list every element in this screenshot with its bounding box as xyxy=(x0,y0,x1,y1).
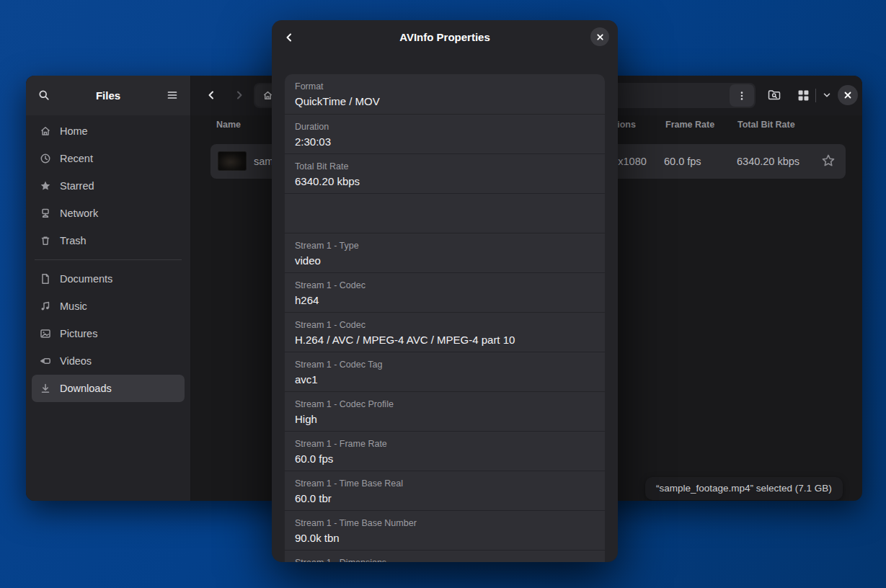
star-outline-icon xyxy=(821,153,836,169)
sidebar-item-label: Videos xyxy=(60,355,92,367)
music-icon xyxy=(40,300,51,312)
close-icon xyxy=(843,91,852,99)
sidebar-list: Home Recent Starred Network Trash xyxy=(26,117,190,402)
property-label: Stream 1 - Codec xyxy=(295,319,595,331)
file-total-bit-rate: 6340.20 kbps xyxy=(737,144,799,179)
dialog-header: AVInfo Properties xyxy=(272,20,618,54)
sidebar-item-label: Music xyxy=(60,300,87,312)
dialog-title: AVInfo Properties xyxy=(272,20,618,54)
clock-icon xyxy=(40,153,51,164)
sidebar-item-label: Home xyxy=(60,125,88,137)
property-row-stream1-codec: Stream 1 - Codec h264 xyxy=(285,272,605,312)
sidebar-item-label: Documents xyxy=(60,273,112,285)
property-label: Format xyxy=(295,81,595,92)
close-icon xyxy=(596,33,604,41)
property-row-format: Format QuickTime / MOV xyxy=(285,74,605,114)
property-label: Stream 1 - Time Base Real xyxy=(295,478,595,489)
property-label: Total Bit Rate xyxy=(295,161,595,172)
main-menu-button[interactable] xyxy=(160,83,185,107)
document-icon xyxy=(40,273,51,285)
sidebar-item-label: Pictures xyxy=(60,328,97,339)
sidebar-item-label: Starred xyxy=(60,180,94,192)
property-row-stream1-frame-rate: Stream 1 - Frame Rate 60.0 fps xyxy=(285,431,605,471)
chevron-left-icon xyxy=(205,89,217,101)
sidebar-item-videos[interactable]: Videos xyxy=(32,347,185,375)
property-value: High xyxy=(295,411,595,427)
property-row-stream1-codec-profile: Stream 1 - Codec Profile High xyxy=(285,391,605,431)
property-row-stream1-dimensions: Stream 1 - Dimensions xyxy=(285,550,605,562)
property-value: 60.0 tbr xyxy=(295,491,595,507)
sidebar-item-trash[interactable]: Trash xyxy=(32,227,185,254)
home-icon xyxy=(40,125,51,137)
sidebar-item-music[interactable]: Music xyxy=(32,293,185,320)
sidebar-item-home[interactable]: Home xyxy=(32,117,185,145)
property-row-stream1-codec-long: Stream 1 - Codec H.264 / AVC / MPEG-4 AV… xyxy=(285,312,605,352)
window-close-button[interactable] xyxy=(838,85,858,105)
column-header-total-bit-rate[interactable]: Total Bit Rate xyxy=(737,120,795,130)
kebab-menu-icon xyxy=(737,91,747,101)
sidebar-item-documents[interactable]: Documents xyxy=(32,265,185,293)
property-label: Stream 1 - Type xyxy=(295,240,595,251)
property-row-stream1-time-base-real: Stream 1 - Time Base Real 60.0 tbr xyxy=(285,471,605,510)
property-row-total-bit-rate: Total Bit Rate 6340.20 kbps xyxy=(285,153,605,193)
sidebar: Files Home Recent Starre xyxy=(26,76,191,501)
sidebar-item-starred[interactable]: Starred xyxy=(32,172,185,200)
sidebar-item-recent[interactable]: Recent xyxy=(32,145,185,172)
sidebar-item-label: Downloads xyxy=(60,383,112,394)
property-row-stream1-codec-tag: Stream 1 - Codec Tag avc1 xyxy=(285,352,605,391)
grid-view-icon xyxy=(797,89,810,102)
chevron-down-icon xyxy=(822,90,832,100)
sidebar-item-label: Recent xyxy=(60,153,93,164)
sidebar-item-downloads[interactable]: Downloads xyxy=(32,375,185,402)
back-button[interactable] xyxy=(201,85,221,105)
property-label: Stream 1 - Frame Rate xyxy=(295,438,595,450)
property-row-duration: Duration 2:30:03 xyxy=(285,114,605,153)
property-label: Stream 1 - Dimensions xyxy=(295,557,595,562)
property-label: Stream 1 - Codec Profile xyxy=(295,398,595,410)
search-folder-button[interactable] xyxy=(765,86,784,104)
property-label: Stream 1 - Codec xyxy=(295,280,595,291)
current-folder-menu-button[interactable] xyxy=(730,84,754,107)
sidebar-item-pictures[interactable]: Pictures xyxy=(32,320,185,347)
star-icon xyxy=(40,180,51,192)
property-row-stream1-time-base-number: Stream 1 - Time Base Number 90.0k tbn xyxy=(285,510,605,550)
folder-search-icon xyxy=(767,88,781,102)
sidebar-item-network[interactable]: Network xyxy=(32,200,185,227)
column-header-frame-rate[interactable]: Frame Rate xyxy=(665,120,714,130)
property-row-empty xyxy=(285,193,605,233)
property-value: 60.0 fps xyxy=(295,451,595,467)
chevron-right-icon xyxy=(234,89,245,101)
view-options-dropdown[interactable] xyxy=(818,86,836,104)
video-thumbnail xyxy=(218,151,247,171)
property-value: QuickTime / MOV xyxy=(295,94,595,110)
picture-icon xyxy=(40,328,51,339)
sidebar-header: Files xyxy=(26,76,190,115)
property-value: h264 xyxy=(295,293,595,308)
property-label: Duration xyxy=(295,121,595,133)
column-header-name[interactable]: Name xyxy=(216,120,241,130)
avinfo-properties-dialog: AVInfo Properties Format QuickTime / MOV… xyxy=(272,20,618,562)
hamburger-icon xyxy=(167,89,178,101)
desktop: Files Home Recent Starre xyxy=(0,0,886,588)
property-value: avc1 xyxy=(295,372,595,388)
video-camera-icon xyxy=(40,355,51,367)
properties-list: Format QuickTime / MOV Duration 2:30:03 … xyxy=(285,74,605,562)
status-bar: “sample_footage.mp4” selected (7.1 GB) xyxy=(645,477,843,500)
trash-icon xyxy=(40,235,51,246)
toolbar-separator xyxy=(815,89,816,102)
property-row-stream1-type: Stream 1 - Type video xyxy=(285,233,605,272)
sidebar-separator xyxy=(35,259,182,260)
property-value: H.264 / AVC / MPEG-4 AVC / MPEG-4 part 1… xyxy=(295,332,595,348)
grid-view-button[interactable] xyxy=(794,86,812,104)
download-icon xyxy=(40,383,51,394)
forward-button[interactable] xyxy=(229,85,249,105)
property-value: 2:30:03 xyxy=(295,134,595,150)
property-label: Stream 1 - Codec Tag xyxy=(295,359,595,370)
property-value: 90.0k tbn xyxy=(295,530,595,546)
network-icon xyxy=(40,208,51,219)
star-toggle-button[interactable] xyxy=(821,153,837,169)
property-label: Stream 1 - Time Base Number xyxy=(295,517,595,529)
sidebar-item-label: Network xyxy=(60,208,98,219)
dialog-close-button[interactable] xyxy=(590,27,609,46)
sidebar-item-label: Trash xyxy=(60,235,87,246)
